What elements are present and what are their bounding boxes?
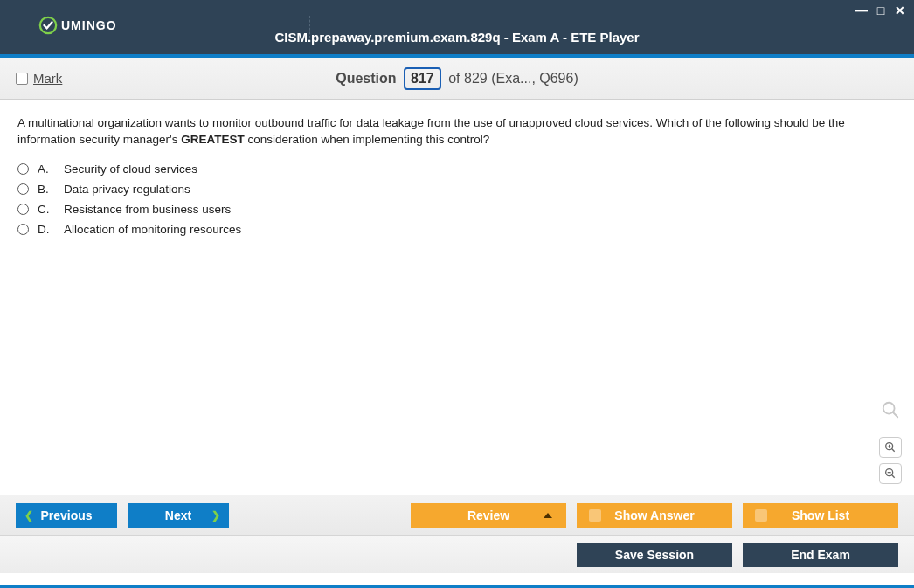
window-title: CISM.prepaway.premium.exam.829q - Exam A… (0, 30, 914, 45)
bottom-accent (0, 585, 914, 588)
question-bar: Mark Question 817 of 829 (Exa..., Q696) (0, 58, 914, 100)
radio-icon (17, 163, 29, 175)
save-session-button[interactable]: Save Session (577, 543, 732, 567)
end-exam-button[interactable]: End Exam (743, 543, 898, 567)
question-number-box[interactable]: 817 (404, 67, 441, 90)
next-button[interactable]: Next ❯ (128, 503, 229, 528)
maximize-button[interactable]: □ (874, 3, 888, 17)
show-list-button[interactable]: Show List (743, 503, 898, 528)
svg-line-2 (893, 412, 898, 418)
titlebar: UMINGO CISM.prepaway.premium.exam.829q -… (0, 0, 914, 58)
zoom-in-button[interactable] (879, 437, 902, 458)
zoom-out-button[interactable] (879, 463, 902, 484)
radio-icon (17, 204, 29, 215)
nav-bar: ❮ Previous Next ❯ Review Show Answer Sho… (0, 495, 914, 535)
search-icon[interactable] (881, 400, 900, 425)
question-content: A multinational organization wants to mo… (0, 100, 914, 495)
answer-option[interactable]: C. Resistance from business users (17, 203, 897, 216)
svg-line-4 (891, 448, 894, 451)
radio-icon (17, 224, 29, 235)
review-button[interactable]: Review (411, 503, 566, 528)
svg-line-8 (891, 474, 894, 477)
question-text: A multinational organization wants to mo… (17, 115, 897, 149)
close-button[interactable]: ✕ (893, 3, 907, 17)
answer-option[interactable]: B. Data privacy regulations (17, 183, 897, 196)
arrow-left-icon: ❮ (24, 509, 33, 522)
session-bar: Save Session End Exam (0, 535, 914, 573)
question-indicator: Question 817 of 829 (Exa..., Q696) (0, 67, 914, 90)
answer-option[interactable]: A. Security of cloud services (17, 163, 897, 176)
answer-option[interactable]: D. Allocation of monitoring resources (17, 223, 897, 236)
answer-list: A. Security of cloud services B. Data pr… (17, 163, 897, 236)
minimize-button[interactable]: — (855, 3, 869, 17)
arrow-right-icon: ❯ (211, 509, 220, 522)
triangle-up-icon (544, 513, 552, 518)
radio-icon (17, 183, 29, 195)
show-answer-button[interactable]: Show Answer (577, 503, 732, 528)
list-icon (755, 509, 767, 522)
previous-button[interactable]: ❮ Previous (16, 503, 117, 528)
answer-icon (589, 509, 601, 522)
